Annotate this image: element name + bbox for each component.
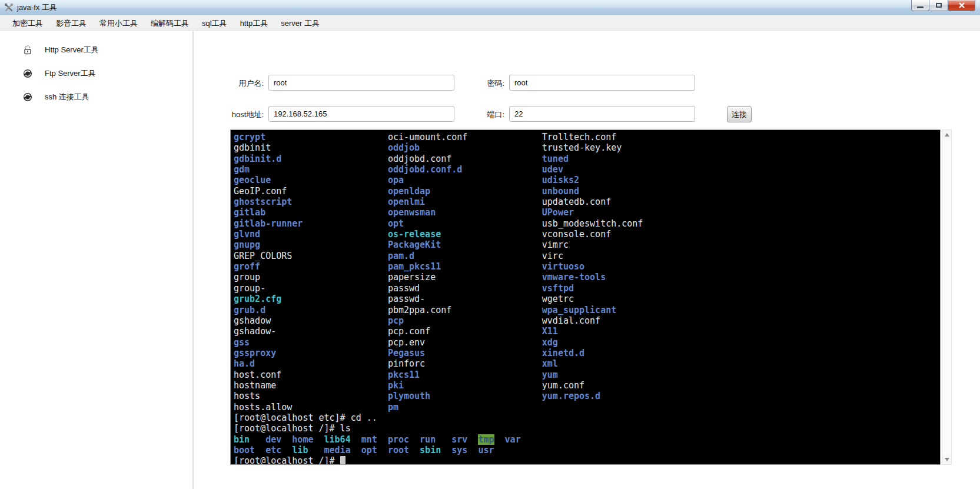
file-name: ha.d bbox=[234, 358, 388, 369]
file-name: gitlab bbox=[234, 207, 388, 218]
connect-button[interactable]: 连接 bbox=[727, 107, 752, 122]
file-name: gssproxy bbox=[234, 348, 388, 358]
file-name: unbound bbox=[542, 186, 579, 197]
file-name: UPower bbox=[542, 207, 574, 218]
terminal-text bbox=[281, 434, 292, 445]
file-name: pm bbox=[388, 402, 398, 413]
file-name: X11 bbox=[542, 326, 558, 337]
terminal-line: GeoIP.conf openldap unbound bbox=[234, 186, 940, 197]
file-name: usb_modeswitch.conf bbox=[542, 218, 643, 229]
file-name: lib bbox=[292, 445, 308, 455]
file-name: gnupg bbox=[234, 239, 388, 250]
file-name: media bbox=[324, 445, 351, 455]
file-name: openlmi bbox=[388, 197, 542, 207]
file-name: xdg bbox=[542, 337, 558, 348]
file-name: root bbox=[388, 445, 409, 455]
file-name: grub.d bbox=[234, 305, 388, 315]
file-name: pcp.conf bbox=[388, 326, 542, 337]
file-name: papersize bbox=[388, 272, 542, 282]
sidebar-item[interactable]: Http Server工具 bbox=[0, 38, 192, 62]
terminal-line: gshadow- pcp.conf X11 bbox=[234, 326, 940, 337]
scroll-down-button[interactable] bbox=[942, 455, 951, 464]
terminal-line: bin dev home lib64 mnt proc run srv tmp … bbox=[234, 434, 940, 445]
file-name: gshadow- bbox=[234, 326, 388, 337]
file-name: trusted-key.key bbox=[542, 142, 622, 153]
file-name: passwd- bbox=[388, 294, 542, 304]
menu-item[interactable]: 编解码工具 bbox=[144, 16, 195, 31]
file-name: geoclue bbox=[234, 175, 388, 185]
menu-item[interactable]: 加密工具 bbox=[6, 16, 49, 31]
file-name: sys bbox=[451, 445, 467, 455]
window-controls bbox=[911, 0, 975, 11]
terminal-line: groff pam_pkcs11 virtuoso bbox=[234, 261, 940, 272]
file-name: tmp bbox=[478, 434, 494, 445]
file-name: wpa_supplicant bbox=[542, 305, 616, 315]
terminal-line: gshadow pcp wvdial.conf bbox=[234, 315, 940, 326]
terminal-scrollbar[interactable] bbox=[942, 129, 952, 465]
terminal-line: boot etc lib media opt root sbin sys usr bbox=[234, 445, 940, 455]
username-label: 用户名: bbox=[194, 78, 264, 89]
window-title: java-fx 工具 bbox=[17, 2, 57, 13]
file-name: home bbox=[292, 434, 313, 445]
file-name: opt bbox=[361, 445, 377, 455]
file-name: pkcs11 bbox=[388, 370, 542, 380]
menu-item[interactable]: http工具 bbox=[234, 16, 275, 31]
file-name: proc bbox=[388, 434, 409, 445]
sidebar-item[interactable]: Ftp Server工具 bbox=[0, 62, 192, 85]
file-name: lib64 bbox=[324, 434, 351, 445]
file-name: opa bbox=[388, 175, 542, 185]
file-name: hostname bbox=[234, 380, 388, 391]
file-name: xml bbox=[542, 358, 558, 369]
file-name: PackageKit bbox=[388, 239, 542, 250]
password-label: 密码: bbox=[434, 78, 504, 89]
file-name: openwsman bbox=[388, 207, 542, 218]
terminal-line: [root@localhost /]# bbox=[234, 455, 940, 465]
port-input[interactable] bbox=[509, 106, 695, 122]
file-name: vconsole.conf bbox=[542, 229, 611, 239]
sidebar-item-label: ssh 连接工具 bbox=[45, 92, 89, 102]
maximize-button[interactable] bbox=[929, 0, 948, 11]
password-input[interactable] bbox=[509, 75, 695, 91]
terminal-line: hosts.allow pm bbox=[234, 402, 940, 413]
sidebar-item[interactable]: ssh 连接工具 bbox=[0, 85, 192, 109]
terminal-line: [root@localhost /]# ls bbox=[234, 423, 940, 434]
terminal-line: gdbinit.d oddjobd.conf tuned bbox=[234, 154, 940, 164]
terminal-line: hostname pki yum.conf bbox=[234, 380, 940, 391]
terminal-line: [root@localhost etc]# cd .. bbox=[234, 413, 940, 423]
scroll-up-button[interactable] bbox=[942, 130, 951, 139]
file-name: tuned bbox=[542, 154, 569, 164]
terminal-line: ha.d pinforc xml bbox=[234, 358, 940, 369]
terminal-text: [root@localhost etc]# cd .. bbox=[234, 413, 377, 423]
menu-item[interactable]: 影音工具 bbox=[49, 16, 93, 31]
ssh-terminal-output[interactable]: gcrypt oci-umount.conf Trolltech.confgdb… bbox=[230, 129, 941, 465]
terminal-line: hosts plymouth yum.repos.d bbox=[234, 391, 940, 401]
file-name: group bbox=[234, 272, 388, 282]
sidebar: Http Server工具Ftp Server工具ssh 连接工具 bbox=[0, 31, 194, 489]
terminal-line: group papersize vmware-tools bbox=[234, 272, 940, 282]
terminal-line: group- passwd vsftpd bbox=[234, 283, 940, 294]
host-input[interactable] bbox=[268, 106, 454, 122]
terminal-text bbox=[467, 445, 478, 455]
minimize-button[interactable] bbox=[911, 0, 929, 11]
file-name: Pegasus bbox=[388, 348, 542, 358]
file-name: grub2.cfg bbox=[234, 294, 388, 304]
file-name: oci-umount.conf bbox=[388, 132, 542, 142]
menu-item[interactable]: 常用小工具 bbox=[93, 16, 144, 31]
close-button[interactable] bbox=[948, 0, 975, 11]
terminal-text bbox=[377, 434, 388, 445]
file-name: gss bbox=[234, 337, 388, 348]
terminal-text bbox=[250, 434, 265, 445]
terminal-text bbox=[436, 434, 451, 445]
host-label: host地址: bbox=[194, 109, 264, 120]
menu-item[interactable]: sql工具 bbox=[195, 16, 234, 31]
username-input[interactable] bbox=[268, 75, 454, 91]
titlebar: java-fx 工具 bbox=[0, 0, 980, 15]
crossed-tools-icon bbox=[4, 3, 14, 12]
menubar: 加密工具影音工具常用小工具编解码工具sql工具http工具server 工具 bbox=[0, 16, 980, 31]
arrow-up-icon bbox=[945, 133, 949, 137]
menu-item[interactable]: server 工具 bbox=[274, 16, 326, 31]
file-name: oddjob bbox=[388, 142, 542, 153]
content: Http Server工具Ftp Server工具ssh 连接工具 用户名: 密… bbox=[0, 31, 980, 489]
file-name: mnt bbox=[361, 434, 377, 445]
file-name: oddjobd.conf.d bbox=[388, 164, 542, 175]
